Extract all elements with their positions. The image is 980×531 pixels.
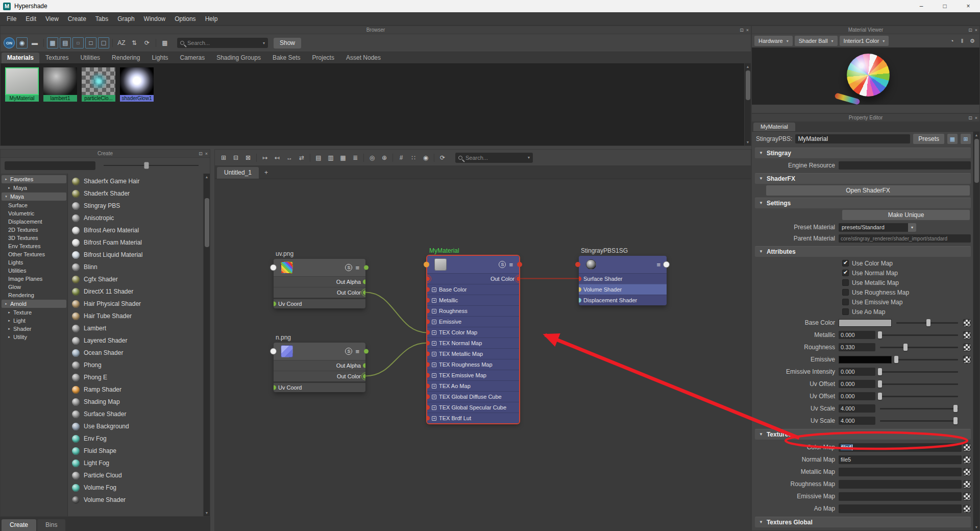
node-name-field[interactable]: MyMaterial: [795, 134, 910, 143]
value-field[interactable]: 0.000: [839, 331, 875, 339]
node-volume-fog[interactable]: Volume Fog: [69, 481, 203, 494]
tree-glow[interactable]: Glow: [1, 283, 67, 291]
scroll-up-arrow-icon[interactable]: ▲: [745, 63, 751, 70]
input-plug[interactable]: [427, 320, 430, 324]
node-input-plug[interactable]: [575, 262, 580, 267]
checkbox[interactable]: [842, 260, 849, 267]
slider-handle[interactable]: [953, 405, 958, 412]
separator[interactable]: [42, 37, 45, 49]
tab-textures[interactable]: Textures: [40, 53, 74, 63]
screenshot-icon[interactable]: ◉: [420, 152, 431, 163]
menu-graph[interactable]: Graph: [113, 12, 139, 26]
node-attribute-row[interactable]: + TEX Roughness Map: [427, 359, 519, 370]
tab-projects[interactable]: Projects: [307, 53, 340, 63]
node-attribute-row[interactable]: + TEX Metallic Map: [427, 348, 519, 359]
input-plug[interactable]: [427, 341, 430, 346]
value-field[interactable]: 0.000: [839, 368, 875, 376]
tree-surface[interactable]: Surface: [1, 201, 67, 209]
presets-button[interactable]: Presets: [913, 134, 944, 144]
slider-handle[interactable]: [894, 356, 898, 363]
node-fluid-shape[interactable]: Fluid Shape: [69, 445, 203, 457]
node-attribute-row[interactable]: + TEX Emissive Map: [427, 370, 519, 380]
slider-handle[interactable]: [878, 368, 882, 375]
attribute-list-icon[interactable]: ≡: [355, 348, 359, 355]
tree-arnold-texture[interactable]: ▸ Texture: [1, 308, 67, 317]
float-panel-icon[interactable]: ⊡: [968, 28, 972, 33]
close-panel-icon[interactable]: ×: [975, 115, 977, 120]
material-viewer-viewport[interactable]: [752, 47, 979, 105]
tab-bake-sets[interactable]: Bake Sets: [267, 53, 306, 63]
slider-handle[interactable]: [878, 331, 882, 339]
use-roughness-map-checkbox[interactable]: Use Roughness Map: [752, 287, 973, 297]
node-layered-shader[interactable]: Layered Shader: [69, 334, 203, 347]
menu-create[interactable]: Create: [63, 12, 91, 26]
node-output-plug[interactable]: [364, 349, 369, 354]
node-output-plug[interactable]: [270, 264, 277, 271]
node-hair-physical-shader[interactable]: Hair Physical Shader: [69, 298, 203, 310]
scroll-down-arrow-icon[interactable]: ▼: [745, 139, 751, 146]
checkbox[interactable]: [842, 289, 849, 296]
open-shaderfx-button[interactable]: Open ShaderFX: [766, 185, 970, 196]
tree-other-textures[interactable]: Other Textures: [1, 250, 67, 258]
scroll-down-arrow-icon[interactable]: ▼: [973, 524, 979, 530]
input-plug[interactable]: [427, 277, 430, 281]
node-blinn[interactable]: Blinn: [69, 261, 203, 273]
node-attribute-row[interactable]: + Displacement Shader: [579, 295, 667, 305]
separator[interactable]: [391, 152, 395, 163]
node-ocean-shader[interactable]: Ocean Shader: [69, 347, 203, 359]
slider-track[interactable]: [896, 322, 958, 324]
tab-rendering[interactable]: Rendering: [106, 53, 145, 63]
slider-handle[interactable]: [953, 417, 958, 424]
section-attributes[interactable]: ▼ Attributes: [755, 246, 971, 257]
input-plug[interactable]: [427, 416, 430, 421]
swatch-render-on-badge[interactable]: ON: [4, 37, 15, 49]
value-field[interactable]: 4.000: [839, 417, 875, 425]
browse-texture-icon[interactable]: [963, 505, 971, 513]
node-output-plug[interactable]: [364, 266, 369, 270]
rearrange-graph-icon[interactable]: ⇄: [296, 152, 307, 163]
zoom-fit-icon[interactable]: ⊕: [379, 152, 390, 163]
engine-resource-field[interactable]: [839, 161, 971, 170]
node-attribute-row[interactable]: + Out Color: [274, 371, 365, 381]
output-plug[interactable]: [363, 374, 365, 379]
node-attribute-row[interactable]: + TEX Color Map: [427, 327, 519, 337]
scrollbar-thumb[interactable]: [746, 70, 750, 100]
swatch-toggle-icon[interactable]: S: [345, 264, 352, 271]
browse-texture-icon[interactable]: [963, 480, 971, 488]
input-plug[interactable]: [427, 363, 430, 367]
color-swatch[interactable]: [839, 356, 892, 364]
expand-attribute-icon[interactable]: +: [432, 320, 436, 324]
swatch-particlecloud[interactable]: particleClo...: [82, 67, 115, 102]
browse-texture-icon[interactable]: [963, 493, 971, 500]
separator[interactable]: [308, 152, 312, 163]
node-editor-search-input[interactable]: Search... ▾: [455, 153, 533, 163]
browser-scrollbar[interactable]: ▲ ▼: [744, 63, 751, 146]
node-attribute-row[interactable]: + Base Color: [427, 284, 519, 295]
maximize-button[interactable]: □: [933, 0, 957, 12]
node-bifrost-liquid-material[interactable]: Bifrost Liquid Material: [69, 249, 203, 261]
node-attribute-row[interactable]: + Out Color: [427, 273, 519, 284]
show-output-connections-icon[interactable]: ↤: [272, 152, 283, 163]
node-hair-tube-shader[interactable]: Hair Tube Shader: [69, 310, 203, 322]
search-dropdown-arrow[interactable]: ▾: [528, 155, 530, 160]
node-surface-shader[interactable]: Surface Shader: [69, 408, 203, 420]
input-plug[interactable]: [274, 385, 276, 390]
menu-edit[interactable]: Edit: [21, 12, 41, 26]
tree-arnold-shader[interactable]: ▸ Shader: [1, 325, 67, 333]
node-particle-cloud[interactable]: Particle Cloud: [69, 469, 203, 481]
section-textures[interactable]: ▼ Textures: [755, 429, 971, 440]
node-graph-canvas[interactable]: uv.png S ≡ +: [215, 179, 751, 530]
node-volume-shader[interactable]: Volume Shader: [69, 494, 203, 506]
node-anisotropic[interactable]: Anisotropic: [69, 212, 203, 224]
input-plug[interactable]: [427, 395, 430, 399]
slider-track[interactable]: [880, 334, 958, 336]
color-map-field[interactable]: file4: [839, 443, 962, 452]
swatch-sphere-render-icon[interactable]: ◉: [16, 37, 28, 49]
float-panel-icon[interactable]: ⊡: [199, 151, 203, 156]
separator[interactable]: [111, 37, 114, 49]
use-ao-map-checkbox[interactable]: Use Ao Map: [752, 307, 973, 317]
close-panel-icon[interactable]: ×: [205, 151, 208, 156]
slider-track[interactable]: [880, 347, 958, 348]
node-attribute-row[interactable]: + TEX Normal Map: [427, 337, 519, 348]
menu-help[interactable]: Help: [201, 12, 223, 26]
